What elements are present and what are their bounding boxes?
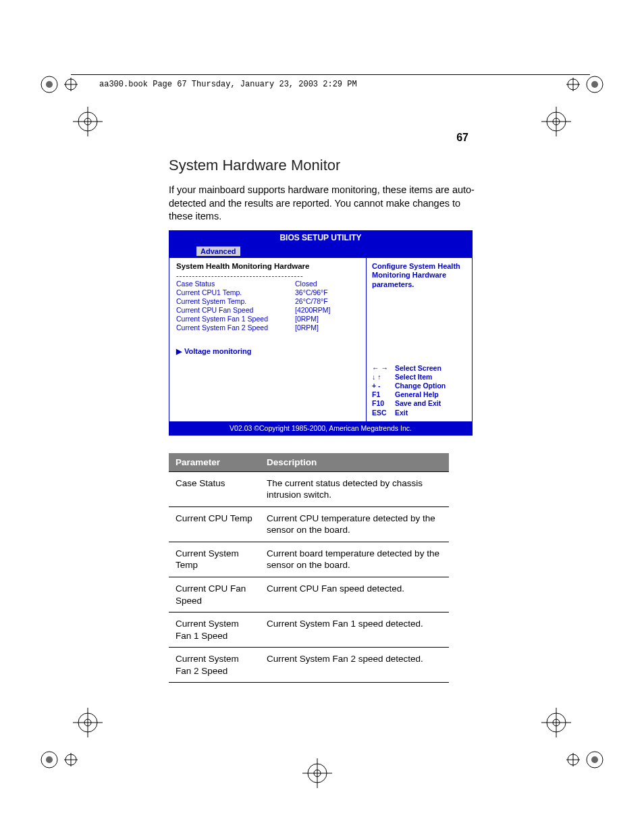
param-cell: Case Status bbox=[169, 471, 260, 506]
desc-cell: Current System Fan 1 speed detected. bbox=[260, 613, 449, 648]
bios-panel-title: System Health Monitoring Hardware bbox=[176, 262, 359, 270]
voltage-monitoring-item: ▶Voltage monitoring bbox=[176, 347, 359, 356]
hw-label: Current System Fan 2 Speed bbox=[176, 323, 295, 332]
table-header-description: Description bbox=[260, 453, 449, 472]
triangle-right-icon: ▶ bbox=[176, 347, 182, 355]
nav-key: F10 bbox=[372, 399, 395, 408]
bios-left-panel: System Health Monitoring Hardware - - - … bbox=[169, 258, 367, 421]
desc-cell: Current board temperature detected by th… bbox=[260, 542, 449, 577]
hw-value: [4200RPM] bbox=[295, 306, 359, 315]
table-row: Case StatusThe current status detected b… bbox=[169, 471, 449, 506]
hw-label: Current System Fan 1 Speed bbox=[176, 315, 295, 323]
crop-mark-icon bbox=[37, 64, 78, 105]
nav-action: General Help bbox=[395, 390, 439, 399]
desc-cell: Current System Fan 2 speed detected. bbox=[260, 648, 449, 683]
param-cell: Current CPU Temp bbox=[169, 506, 260, 542]
bios-nav-keys: ← →Select Screen ↓ ↑Select Item + -Chang… bbox=[372, 364, 466, 417]
crop-mark-icon bbox=[37, 739, 78, 780]
svg-point-1 bbox=[46, 81, 53, 88]
nav-key: ESC bbox=[372, 409, 395, 417]
desc-cell: Current CPU Fan speed detected. bbox=[260, 577, 449, 612]
crop-mark-icon bbox=[566, 64, 607, 105]
page-number: 67 bbox=[456, 132, 468, 144]
bios-screenshot: BIOS SETUP UTILITY Advanced System Healt… bbox=[169, 230, 473, 436]
bios-divider: - - - - - - - - - - - - - - - - - - - - … bbox=[176, 271, 359, 280]
param-cell: Current System Fan 2 Speed bbox=[169, 648, 260, 683]
nav-action: Save and Exit bbox=[395, 399, 441, 408]
crop-mark-icon bbox=[566, 739, 607, 780]
register-mark-icon bbox=[68, 101, 108, 142]
header-rule bbox=[71, 74, 590, 75]
nav-action: Exit bbox=[395, 409, 408, 417]
svg-point-6 bbox=[591, 81, 598, 88]
hw-row: Current System Fan 2 Speed[0RPM] bbox=[176, 323, 359, 332]
table-header-parameter: Parameter bbox=[169, 453, 260, 472]
param-cell: Current System Temp bbox=[169, 542, 260, 577]
nav-action: Select Item bbox=[395, 373, 432, 382]
hw-row: Current System Fan 1 Speed[0RPM] bbox=[176, 315, 359, 323]
nav-action: Select Screen bbox=[395, 364, 441, 373]
hw-label: Case Status bbox=[176, 280, 295, 288]
hw-label: Current System Temp. bbox=[176, 297, 295, 306]
register-mark-icon bbox=[297, 753, 338, 793]
hw-row: Current System Temp.26°C/78°F bbox=[176, 297, 359, 306]
param-cell: Current System Fan 1 Speed bbox=[169, 613, 260, 648]
desc-cell: The current status detected by chassis i… bbox=[260, 471, 449, 506]
hw-row: Current CPU1 Temp.36°C/96°F bbox=[176, 288, 359, 297]
nav-key: ← → bbox=[372, 364, 395, 373]
parameter-table: Parameter Description Case StatusThe cur… bbox=[169, 453, 449, 683]
header-metadata: aa300.book Page 67 Thursday, January 23,… bbox=[99, 80, 357, 89]
voltage-label: Voltage monitoring bbox=[184, 347, 251, 355]
svg-point-27 bbox=[46, 756, 53, 763]
table-row: Current CPU TempCurrent CPU temperature … bbox=[169, 506, 449, 542]
hw-row: Current CPU Fan Speed[4200RPM] bbox=[176, 306, 359, 315]
register-mark-icon bbox=[536, 101, 576, 142]
nav-key: ↓ ↑ bbox=[372, 373, 395, 382]
nav-key: + - bbox=[372, 382, 395, 390]
bios-tab-advanced: Advanced bbox=[196, 246, 240, 256]
hw-value: [0RPM] bbox=[295, 323, 359, 332]
bios-help-text: Configure System Health Monitoring Hardw… bbox=[372, 262, 466, 290]
bios-footer: V02.03 ©Copyright 1985-2000, American Me… bbox=[169, 421, 472, 435]
bios-tab-bar: Advanced bbox=[169, 244, 472, 258]
table-row: Current System Fan 2 SpeedCurrent System… bbox=[169, 648, 449, 683]
hw-label: Current CPU1 Temp. bbox=[176, 288, 295, 297]
hw-value: Closed bbox=[295, 280, 359, 288]
hw-row: Case StatusClosed bbox=[176, 280, 359, 288]
svg-point-32 bbox=[591, 756, 598, 763]
nav-action: Change Option bbox=[395, 382, 446, 390]
register-mark-icon bbox=[68, 702, 108, 743]
desc-cell: Current CPU temperature detected by the … bbox=[260, 506, 449, 542]
section-title: System Hardware Monitor bbox=[169, 157, 479, 174]
hw-value: 26°C/78°F bbox=[295, 297, 359, 306]
intro-paragraph: If your mainboard supports hardware moni… bbox=[169, 184, 479, 224]
table-row: Current CPU Fan SpeedCurrent CPU Fan spe… bbox=[169, 577, 449, 612]
table-row: Current System Fan 1 SpeedCurrent System… bbox=[169, 613, 449, 648]
hw-value: [0RPM] bbox=[295, 315, 359, 323]
table-row: Current System TempCurrent board tempera… bbox=[169, 542, 449, 577]
register-mark-icon bbox=[536, 702, 576, 743]
bios-title: BIOS SETUP UTILITY bbox=[169, 231, 472, 244]
hw-value: 36°C/96°F bbox=[295, 288, 359, 297]
bios-right-panel: Configure System Health Monitoring Hardw… bbox=[367, 258, 472, 421]
hw-label: Current CPU Fan Speed bbox=[176, 306, 295, 315]
nav-key: F1 bbox=[372, 390, 395, 399]
param-cell: Current CPU Fan Speed bbox=[169, 577, 260, 612]
